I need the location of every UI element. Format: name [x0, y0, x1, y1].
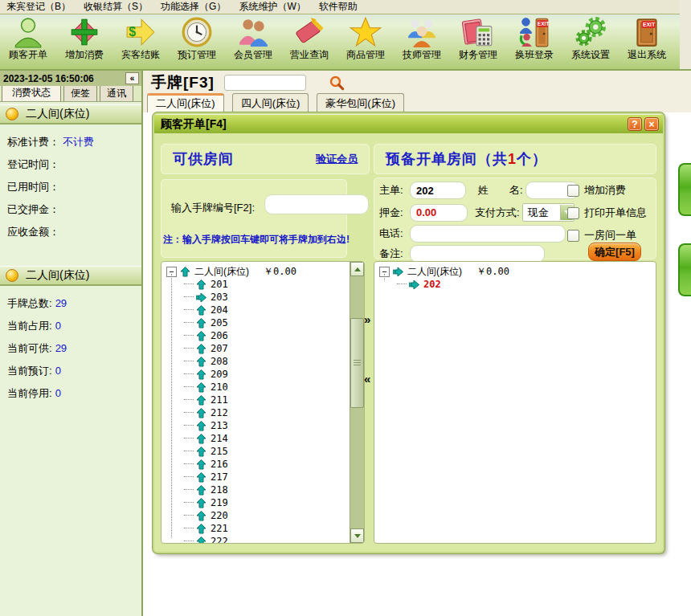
toolbar-goods[interactable]: 商品管理: [337, 14, 394, 69]
toolbar-finance[interactable]: 财务管理: [450, 14, 506, 69]
checkbox-row-1[interactable]: 打印开单信息: [567, 206, 647, 220]
tree-room-row[interactable]: 211: [184, 394, 364, 406]
hand-tag-search-input[interactable]: [224, 75, 306, 91]
prepared-rooms-tree: 二人间(床位)￥0.00202: [374, 262, 656, 291]
tree-room-row[interactable]: 212: [184, 406, 364, 419]
room-tile[interactable]: [678, 243, 691, 296]
deposit-input[interactable]: [410, 204, 468, 222]
tree-room-row[interactable]: 222: [184, 535, 364, 544]
toolbar-label: 顾客开单: [9, 48, 47, 62]
remark-input[interactable]: [410, 245, 545, 263]
tree-room-row[interactable]: 215: [184, 445, 364, 458]
checkbox[interactable]: [567, 185, 579, 197]
menu-item-1[interactable]: 收银结算（S）: [77, 0, 154, 14]
room-number: 219: [211, 497, 228, 508]
tree-room-row[interactable]: 219: [184, 496, 364, 509]
sidebar-stat-row: 当前占用:0: [7, 320, 141, 331]
tree-room-row[interactable]: 206: [184, 329, 364, 342]
sidebar-section-1: 二人间(床位)手牌总数:29当前占用:0当前可供:29当前预订:0当前停用:0: [0, 266, 141, 398]
scroll-up-button[interactable]: [350, 262, 364, 276]
tree-room-row[interactable]: 210: [184, 381, 364, 394]
tree-room-row[interactable]: 216: [184, 458, 364, 471]
tree-branch-stub: [184, 309, 194, 311]
toolbar-technician[interactable]: 技师管理: [394, 14, 450, 69]
toolbar-checkout[interactable]: $宾客结账: [112, 14, 169, 69]
tree-up-arrow-icon: [196, 459, 206, 470]
toolbar-exit[interactable]: EXIT退出系统: [619, 14, 675, 69]
toolbar-shift-login[interactable]: EXIT换班登录: [506, 14, 562, 69]
toolbar-label: 商品管理: [346, 48, 385, 62]
checkbox[interactable]: [567, 207, 579, 219]
room-tile[interactable]: [678, 163, 691, 216]
sidebar-section-0: 二人间(床位)标准计费：不计费登记时间：已用时间：已交押金：应收金额：: [0, 104, 141, 237]
tree-branch-stub: [184, 515, 194, 516]
room-number: 204: [211, 304, 228, 316]
payment-select[interactable]: 现金: [522, 203, 574, 222]
billing-form: 主单: 姓 名: 押金: 支付方式: 现金 电话:: [374, 177, 656, 259]
tree-room-row[interactable]: 213: [184, 419, 364, 432]
tree-room-row[interactable]: 217: [184, 471, 364, 483]
sidebar-tab-1[interactable]: 便签: [63, 84, 97, 101]
dialog-titlebar: 顾客开单[F4] ? ×: [154, 114, 663, 133]
room-type-tab-1[interactable]: 四人间(床位): [232, 93, 309, 112]
checkbox-row-0[interactable]: 增加消费: [567, 183, 626, 198]
hand-tag-band: 手牌[F3]: [143, 71, 691, 94]
checkbox[interactable]: [567, 230, 579, 242]
menu-item-2[interactable]: 功能选择（G）: [154, 0, 232, 14]
room-type-tab-0[interactable]: 二人间(床位): [147, 93, 224, 112]
menu-item-3[interactable]: 系统维护（W）: [232, 0, 312, 14]
tree-room-row[interactable]: 204: [184, 304, 364, 316]
toolbar-add-consume[interactable]: 增加消费: [56, 14, 112, 69]
tree-room-row[interactable]: 201: [184, 278, 364, 291]
tree-branch-stub: [184, 322, 194, 324]
tree-room-row[interactable]: 221: [184, 522, 364, 535]
toolbar: 顾客开单增加消费$宾客结账预订管理会员管理营业查询商品管理技师管理财务管理EXI…: [0, 14, 691, 71]
toolbar-business-query[interactable]: 营业查询: [281, 14, 337, 69]
help-button[interactable]: ?: [628, 117, 642, 131]
tree-room-row[interactable]: 218: [184, 483, 364, 496]
checkbox-row-2[interactable]: 一房间一单: [567, 228, 636, 243]
tree-branch-stub: [184, 502, 194, 504]
tree-room-row[interactable]: 220: [184, 509, 364, 522]
phone-input[interactable]: [410, 225, 566, 243]
tree-up-arrow-icon: [196, 331, 206, 341]
toolbar-customer[interactable]: 顾客开单: [0, 14, 56, 69]
tree-room-row[interactable]: 205: [184, 316, 364, 329]
tree-room-row[interactable]: 214: [184, 432, 364, 445]
search-icon[interactable]: [329, 75, 345, 91]
tree-room-row[interactable]: 208: [184, 355, 364, 368]
collapse-sidebar-button[interactable]: «: [125, 72, 139, 84]
toolbar-settings[interactable]: 系统设置: [562, 14, 619, 69]
checkout-icon: $: [125, 16, 157, 48]
menu-item-4[interactable]: 软件帮助: [313, 0, 364, 14]
tree-scrollbar[interactable]: [350, 262, 364, 543]
room-type-tab-2[interactable]: 豪华包间(床位): [317, 93, 404, 112]
sidebar-sections: 二人间(床位)标准计费：不计费登记时间：已用时间：已交押金：应收金额：二人间(床…: [0, 104, 141, 398]
toolbar-reservation[interactable]: 预订管理: [169, 14, 225, 69]
toolbar-member[interactable]: 会员管理: [225, 14, 281, 69]
payment-label: 支付方式:: [475, 206, 520, 220]
confirm-button[interactable]: 确定[F5]: [588, 243, 641, 261]
tree-room-row[interactable]: 209: [184, 368, 364, 381]
sidebar-tab-2[interactable]: 通讯: [100, 84, 133, 101]
scrollbar-thumb[interactable]: [350, 318, 364, 408]
room-number: 213: [211, 420, 228, 431]
scroll-down-button[interactable]: [350, 528, 364, 543]
tag-number-input[interactable]: [264, 194, 369, 214]
customer-icon: [12, 16, 44, 48]
tree-room-row[interactable]: 203: [184, 291, 364, 304]
tree-room-row[interactable]: 202: [397, 278, 656, 291]
name-label: 姓 名:: [478, 183, 523, 198]
app-window: 来宾登记（B）收银结算（S）功能选择（G）系统维护（W）软件帮助 顾客开单增加消…: [0, 0, 691, 616]
tree-branch-stub: [184, 438, 194, 439]
tree-root-amount: ￥0.00: [264, 265, 296, 279]
tree-room-row[interactable]: 207: [184, 342, 364, 355]
menu-item-0[interactable]: 来宾登记（B）: [0, 0, 77, 14]
tree-root-row[interactable]: 二人间(床位)￥0.00: [379, 265, 656, 278]
main-tag-input[interactable]: [410, 182, 466, 199]
close-icon[interactable]: ×: [644, 117, 659, 131]
tree-root-row[interactable]: 二人间(床位)￥0.00: [166, 265, 364, 278]
stat-value: 不计费: [63, 137, 94, 147]
verify-member-link[interactable]: 验证会员: [316, 152, 358, 166]
sidebar-tab-0[interactable]: 消费状态: [2, 84, 61, 101]
